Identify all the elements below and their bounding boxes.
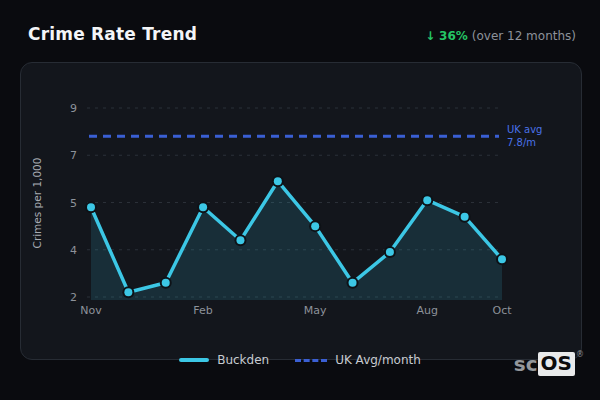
trend-percent: 36%: [439, 29, 468, 43]
y-tick-label: 2: [70, 291, 77, 304]
page-title: Crime Rate Trend: [28, 24, 197, 44]
legend-label: Buckden: [217, 353, 269, 367]
y-tick-label: 5: [70, 197, 77, 210]
data-point-feb: [199, 203, 207, 211]
legend-solid-line-icon: [179, 358, 209, 362]
x-tick-label: Aug: [417, 304, 438, 317]
legend-label: UK Avg/month: [335, 353, 421, 367]
y-tick-label: 7: [70, 149, 77, 162]
x-tick-label: Oct: [492, 304, 512, 317]
registered-mark: ®: [576, 350, 584, 359]
trend-indicator: ↓ 36%(over 12 months): [425, 29, 576, 43]
series-area-fill: [91, 181, 502, 300]
trend-caption: (over 12 months): [472, 29, 576, 43]
x-tick-label: Nov: [80, 304, 102, 317]
data-point-sep: [461, 213, 469, 221]
legend-item-buckden: Buckden: [179, 353, 269, 367]
uk-avg-annotation-line2: 7.8/m: [507, 137, 536, 148]
y-tick-label: 4: [70, 244, 77, 257]
data-point-mar: [236, 236, 244, 244]
logo-prefix: sc: [514, 352, 538, 376]
y-tick-label: 9: [70, 102, 77, 115]
legend-dashed-line-icon: [295, 359, 327, 362]
uk-avg-annotation-line1: UK avg: [507, 124, 542, 135]
data-point-apr: [274, 177, 282, 185]
data-point-jul: [386, 248, 394, 256]
x-tick-label: May: [304, 304, 327, 317]
data-point-dec: [124, 288, 132, 296]
logo-suffix: OS: [538, 352, 575, 376]
data-point-jun: [349, 279, 357, 287]
data-point-nov: [87, 203, 95, 211]
x-tick-label: Feb: [193, 304, 212, 317]
dashboard-page: { "header": { "title": "Crime Rate Trend…: [0, 0, 600, 400]
trend-down-arrow-icon: ↓: [425, 29, 435, 43]
data-point-may: [311, 222, 319, 230]
chart-legend: Buckden UK Avg/month: [0, 353, 600, 367]
legend-item-uk-avg: UK Avg/month: [295, 353, 421, 367]
scos-logo: scOS®: [514, 352, 584, 376]
data-point-oct: [498, 255, 506, 263]
data-point-jan: [162, 279, 170, 287]
crime-trend-chart-card: 97542Crimes per 1,000UK avg7.8/mNovFebMa…: [20, 62, 582, 360]
y-axis-title: Crimes per 1,000: [31, 158, 43, 249]
data-point-aug: [423, 196, 431, 204]
crime-chart-svg: 97542Crimes per 1,000UK avg7.8/mNovFebMa…: [21, 63, 583, 359]
